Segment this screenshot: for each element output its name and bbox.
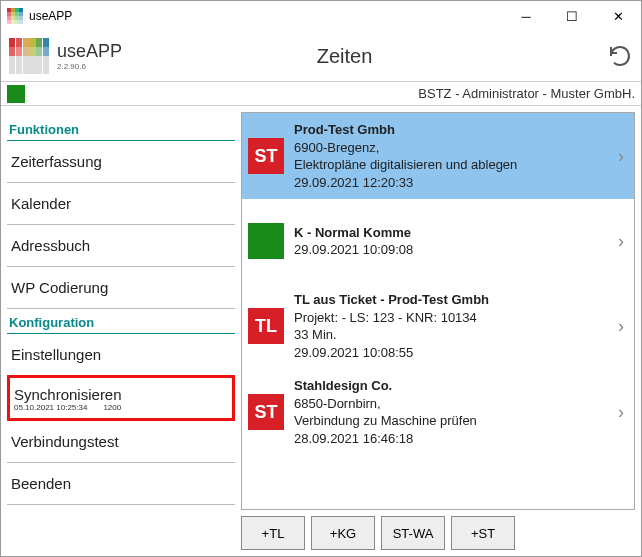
title-text: useAPP — [29, 9, 503, 23]
section-funktionen: Funktionen — [7, 120, 235, 141]
chevron-right-icon: › — [614, 402, 628, 423]
section-konfiguration: Konfiguration — [7, 313, 235, 334]
add-kg-button[interactable]: +KG — [311, 516, 375, 550]
list-item[interactable]: STProd-Test Gmbh6900-Bregenz,Elektroplän… — [242, 113, 634, 199]
list-item-title: K - Normal Komme — [294, 224, 604, 242]
badge-icon: ST — [248, 138, 284, 174]
list-item-line2: 33 Min. — [294, 326, 604, 344]
sidebar-item-zeiterfassung[interactable]: Zeiterfassung — [7, 141, 235, 183]
refresh-icon[interactable] — [607, 43, 633, 69]
maximize-button[interactable]: ☐ — [549, 1, 595, 31]
app-icon — [7, 8, 23, 24]
list-item-line1: Projekt: - LS: 123 - KNR: 10134 — [294, 309, 604, 327]
chevron-right-icon: › — [614, 146, 628, 167]
status-bar: BSTZ - Administrator - Muster GmbH. — [1, 81, 641, 106]
button-bar: +TL +KG ST-WA +ST — [241, 510, 635, 550]
list-item-body: TL aus Ticket - Prod-Test GmbhProjekt: -… — [294, 291, 604, 361]
list-item-line1: 6850-Dornbirn, — [294, 395, 604, 413]
sidebar-item-beenden[interactable]: Beenden — [7, 463, 235, 505]
add-tl-button[interactable]: +TL — [241, 516, 305, 550]
close-button[interactable]: ✕ — [595, 1, 641, 31]
entry-list: STProd-Test Gmbh6900-Bregenz,Elektroplän… — [241, 112, 635, 510]
list-item-body: Prod-Test Gmbh6900-Bregenz,Elektropläne … — [294, 121, 604, 191]
list-item-time: 29.09.2021 10:09:08 — [294, 241, 604, 259]
list-item-line1: 6900-Bregenz, — [294, 139, 604, 157]
sidebar-item-adressbuch[interactable]: Adressbuch — [7, 225, 235, 267]
list-item-line2: Elektropläne digitalisieren und ablegen — [294, 156, 604, 174]
status-indicator-icon — [7, 85, 25, 103]
list-item-body: K - Normal Komme29.09.2021 10:09:08 — [294, 224, 604, 259]
app-logo — [9, 38, 49, 74]
list-item[interactable]: STStahldesign Co.6850-Dornbirn,Verbindun… — [242, 369, 634, 455]
list-item-body: Stahldesign Co.6850-Dornbirn,Verbindung … — [294, 377, 604, 447]
minimize-button[interactable]: ─ — [503, 1, 549, 31]
sidebar-item-einstellungen[interactable]: Einstellungen — [7, 334, 235, 376]
sidebar-item-wp-codierung[interactable]: WP Codierung — [7, 267, 235, 309]
list-item[interactable]: K - Normal Komme29.09.2021 10:09:08› — [242, 199, 634, 283]
badge-icon: TL — [248, 308, 284, 344]
page-title: Zeiten — [82, 45, 607, 68]
header: useAPP 2.2.90.6 Zeiten — [1, 31, 641, 81]
list-item-time: 29.09.2021 10:08:55 — [294, 344, 604, 362]
list-item-line2: Verbindung zu Maschine prüfen — [294, 412, 604, 430]
add-st-button[interactable]: +ST — [451, 516, 515, 550]
sidebar-item-label: Synchronisieren — [14, 386, 122, 403]
sync-timestamp: 05.10.2021 10:25:34 — [14, 403, 87, 412]
list-item-title: Stahldesign Co. — [294, 377, 604, 395]
list-item-title: TL aus Ticket - Prod-Test Gmbh — [294, 291, 604, 309]
list-item-time: 28.09.2021 16:46:18 — [294, 430, 604, 448]
list-item-time: 29.09.2021 12:20:33 — [294, 174, 604, 192]
sidebar-item-synchronisieren[interactable]: Synchronisieren 05.10.2021 10:25:34 1200 — [7, 375, 235, 421]
chevron-right-icon: › — [614, 231, 628, 252]
list-item-title: Prod-Test Gmbh — [294, 121, 604, 139]
titlebar: useAPP ─ ☐ ✕ — [1, 1, 641, 31]
badge-icon: ST — [248, 394, 284, 430]
badge-icon — [248, 223, 284, 259]
st-wa-button[interactable]: ST-WA — [381, 516, 445, 550]
sidebar-item-verbindungstest[interactable]: Verbindungstest — [7, 421, 235, 463]
sidebar-item-kalender[interactable]: Kalender — [7, 183, 235, 225]
chevron-right-icon: › — [614, 316, 628, 337]
sidebar: Funktionen Zeiterfassung Kalender Adress… — [1, 106, 241, 556]
status-text: BSTZ - Administrator - Muster GmbH. — [25, 86, 635, 101]
sync-count: 1200 — [103, 403, 121, 412]
list-item[interactable]: TLTL aus Ticket - Prod-Test GmbhProjekt:… — [242, 283, 634, 369]
main-panel: STProd-Test Gmbh6900-Bregenz,Elektroplän… — [241, 106, 641, 556]
